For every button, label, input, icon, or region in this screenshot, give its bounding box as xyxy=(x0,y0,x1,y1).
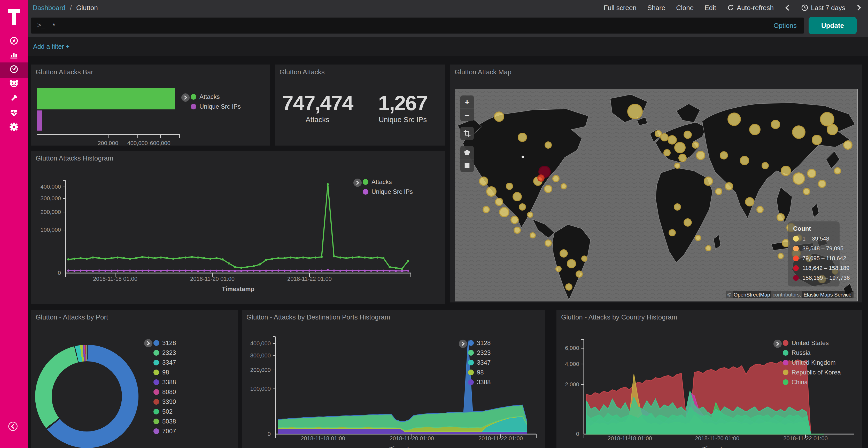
map-bubble[interactable] xyxy=(777,214,784,221)
map-bubble[interactable] xyxy=(560,250,567,257)
legend-item[interactable]: 502 xyxy=(153,407,176,416)
legend-toggle-icon[interactable] xyxy=(773,340,782,348)
time-forward-button[interactable] xyxy=(856,4,862,11)
elastic-maps-service-link[interactable]: Elastic Maps Service xyxy=(802,291,852,298)
legend-item[interactable]: 3347 xyxy=(468,358,491,368)
sidebar-item-monitoring[interactable] xyxy=(0,106,28,122)
fullscreen-button[interactable]: Full screen xyxy=(604,4,637,12)
zoom-in-button[interactable]: + xyxy=(460,96,474,108)
map-bubble[interactable] xyxy=(487,187,496,196)
map-bubble[interactable] xyxy=(728,113,740,126)
map-bubble[interactable] xyxy=(771,120,780,129)
map-bubble[interactable] xyxy=(669,230,675,236)
rectangle-tool-icon[interactable] xyxy=(460,159,474,172)
sidebar-item-visualize[interactable] xyxy=(0,48,28,64)
map-bubble[interactable] xyxy=(704,177,712,185)
legend-item[interactable]: Unique Src IPs xyxy=(191,102,241,111)
sidebar-item-t-pot[interactable] xyxy=(0,77,28,92)
query-value[interactable]: * xyxy=(53,22,773,30)
map-bubble[interactable] xyxy=(720,152,727,159)
map-bubble[interactable] xyxy=(661,134,668,141)
map-bubble[interactable] xyxy=(506,183,513,189)
time-range-picker[interactable]: Last 7 days xyxy=(801,4,845,12)
map-bubble[interactable] xyxy=(674,204,680,210)
sidebar-item-dev-tools[interactable] xyxy=(0,91,28,107)
map-bubble[interactable] xyxy=(576,271,582,277)
map-bubble[interactable] xyxy=(494,112,504,121)
legend-item[interactable]: 5038 xyxy=(153,416,176,426)
legend-toggle-icon[interactable] xyxy=(353,179,362,187)
map-bubble[interactable] xyxy=(545,185,552,193)
attacks-histogram-chart[interactable]: 400,000300,000200,000100,00002018-11-18 … xyxy=(31,151,445,304)
map-bubble[interactable] xyxy=(793,126,805,138)
map-bubble[interactable] xyxy=(655,131,661,137)
map-bubble[interactable] xyxy=(679,154,686,162)
map-bubble[interactable] xyxy=(530,233,535,238)
map-bubble[interactable] xyxy=(808,169,816,177)
map-bubble[interactable] xyxy=(834,168,841,174)
map-bubble[interactable] xyxy=(820,112,834,126)
legend-item[interactable]: China xyxy=(783,377,841,387)
map-bubble[interactable] xyxy=(567,260,576,268)
map-bubble[interactable] xyxy=(479,177,488,185)
map-bubble[interactable] xyxy=(566,284,572,290)
map-bubble[interactable] xyxy=(528,212,533,217)
bar-attacks[interactable] xyxy=(37,88,175,109)
map-bubble[interactable] xyxy=(538,175,544,181)
legend-toggle-icon[interactable] xyxy=(459,340,467,348)
map-bubble[interactable] xyxy=(675,142,685,153)
legend-item[interactable]: Attacks xyxy=(191,92,241,102)
destination-ports-chart[interactable]: 400,000300,000200,000100,00002018-11-18 … xyxy=(242,310,545,448)
legend-item[interactable]: 3388 xyxy=(153,377,176,387)
map-bubble[interactable] xyxy=(818,180,826,187)
polygon-tool-icon[interactable] xyxy=(460,146,474,159)
map-bubble[interactable] xyxy=(519,204,525,210)
breadcrumb-dashboard-link[interactable]: Dashboard xyxy=(33,4,65,12)
map-bubble[interactable] xyxy=(757,206,763,213)
time-back-button[interactable] xyxy=(784,4,790,11)
share-button[interactable]: Share xyxy=(647,4,665,12)
auto-refresh-button[interactable]: Auto-refresh xyxy=(727,4,774,12)
map-bubble[interactable] xyxy=(706,246,711,251)
legend-item[interactable]: 2323 xyxy=(153,348,176,358)
legend-item[interactable]: 8080 xyxy=(153,387,176,397)
map-bubble[interactable] xyxy=(684,131,691,138)
legend-item[interactable]: Russia xyxy=(783,348,841,358)
map-bubble[interactable] xyxy=(553,175,559,182)
query-options-link[interactable]: Options xyxy=(773,22,797,30)
legend-item[interactable]: United States xyxy=(783,338,841,348)
map-bubble[interactable] xyxy=(500,207,509,217)
sidebar-item-management[interactable] xyxy=(0,120,28,136)
map-bubble[interactable] xyxy=(803,188,810,195)
legend-item[interactable]: 7007 xyxy=(153,426,176,436)
map-bubble[interactable] xyxy=(781,166,790,175)
map-bubble[interactable] xyxy=(545,240,551,246)
query-input[interactable]: >_ * Options xyxy=(31,18,804,34)
map-bubble[interactable] xyxy=(675,163,680,168)
map-bubble[interactable] xyxy=(740,157,749,165)
world-map[interactable]: + − Count 1 – 39,54839,548 – 79,09579,09… xyxy=(455,89,858,302)
legend-item[interactable]: Republic of Korea xyxy=(783,368,841,377)
map-bubble[interactable] xyxy=(725,183,733,190)
map-bubble[interactable] xyxy=(668,136,676,144)
fit-bounds-icon[interactable] xyxy=(460,127,474,140)
map-bubble[interactable] xyxy=(812,135,822,144)
map-bubble[interactable] xyxy=(716,188,722,195)
map-bubble[interactable] xyxy=(664,150,670,156)
update-button[interactable]: Update xyxy=(809,17,857,34)
edit-button[interactable]: Edit xyxy=(705,4,716,12)
map-bubble[interactable] xyxy=(793,173,804,184)
map-bubble[interactable] xyxy=(696,151,705,160)
map-bubble[interactable] xyxy=(545,142,551,148)
legend-toggle-icon[interactable] xyxy=(144,339,152,347)
legend-item[interactable]: 98 xyxy=(468,368,491,377)
legend-item[interactable]: 3388 xyxy=(468,377,491,387)
legend-item[interactable]: 3128 xyxy=(468,338,491,348)
zoom-out-button[interactable]: − xyxy=(460,108,474,121)
map-bubble[interactable] xyxy=(750,125,760,135)
map-bubble[interactable] xyxy=(628,104,642,119)
legend-item[interactable]: 2323 xyxy=(468,348,491,358)
sidebar-item-dashboard[interactable] xyxy=(0,63,28,78)
map-bubble[interactable] xyxy=(495,198,503,205)
map-bubble[interactable] xyxy=(778,253,783,259)
